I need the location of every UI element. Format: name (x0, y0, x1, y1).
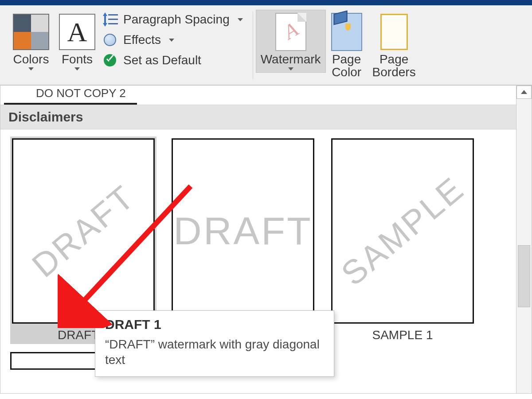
chevron-down-icon (28, 67, 34, 70)
gallery-page-preview: SAMPLE (331, 138, 474, 324)
gallery-thumb-caption: SAMPLE 1 (372, 324, 433, 342)
title-bar-strip (0, 0, 532, 5)
ribbon-group-page-background: Watermark Page Color Page Borders (256, 10, 421, 81)
chevron-down-icon (169, 39, 174, 42)
gallery-scrollbar[interactable] (516, 86, 532, 393)
watermark-icon (275, 13, 306, 51)
watermark-button[interactable]: Watermark (256, 10, 326, 73)
tooltip: DRAFT 1 “DRAFT” watermark with gray diag… (95, 310, 334, 377)
paragraph-spacing-icon (102, 12, 118, 27)
colors-swatch-icon (13, 14, 49, 50)
chevron-up-icon (521, 90, 527, 94)
page-borders-button[interactable]: Page Borders (368, 10, 421, 81)
chevron-down-icon (288, 67, 293, 70)
colors-label: Colors (13, 52, 49, 66)
effects-icon (104, 34, 116, 46)
gallery-prev-item-label[interactable]: DO NOT COPY 2 (4, 86, 137, 105)
tooltip-description: “DRAFT” watermark with gray diagonal tex… (105, 336, 324, 368)
paragraph-spacing-label: Paragraph Spacing (123, 12, 230, 27)
gallery-section-header: Disclaimers (0, 105, 516, 129)
set-default-label: Set as Default (123, 53, 201, 67)
check-circle-icon (104, 54, 116, 66)
page-borders-label: Page Borders (372, 52, 416, 79)
chevron-down-icon (74, 67, 80, 70)
paint-bucket-icon (331, 13, 362, 51)
watermark-preview-text: DRAFT (24, 177, 142, 285)
watermark-label: Watermark (261, 52, 321, 66)
chevron-down-icon (238, 18, 243, 21)
ribbon: Colors A Fonts Paragraph Spacing (0, 5, 532, 85)
scroll-up-button[interactable] (516, 86, 532, 99)
tooltip-title: DRAFT 1 (105, 317, 324, 332)
fonts-label: Fonts (62, 52, 93, 66)
page-color-label: Page Color (332, 52, 361, 79)
ribbon-separator (253, 12, 253, 79)
paragraph-spacing-button[interactable]: Paragraph Spacing (102, 12, 243, 27)
gallery-thumb-sample-1[interactable]: SAMPLE SAMPLE 1 (329, 137, 476, 344)
set-as-default-button[interactable]: Set as Default (102, 52, 243, 68)
effects-button[interactable]: Effects (102, 32, 243, 48)
colors-button[interactable]: Colors (8, 10, 54, 73)
watermark-preview-text: SAMPLE (334, 169, 472, 293)
gallery-page-preview: DRAFT (12, 138, 155, 324)
page-color-button[interactable]: Page Color (326, 10, 368, 81)
fonts-icon: A (59, 14, 95, 50)
ribbon-group-formatting: Colors A Fonts Paragraph Spacing (8, 10, 246, 73)
effects-label: Effects (123, 33, 161, 47)
page-borders-icon (380, 14, 408, 50)
gallery-page-preview: DRAFT (172, 138, 314, 324)
fonts-button[interactable]: A Fonts (54, 10, 100, 73)
watermark-preview-text: DRAFT (173, 208, 312, 254)
ribbon-stack-formatting: Paragraph Spacing Effects Set as Default (100, 10, 246, 68)
scroll-thumb[interactable] (518, 245, 530, 307)
